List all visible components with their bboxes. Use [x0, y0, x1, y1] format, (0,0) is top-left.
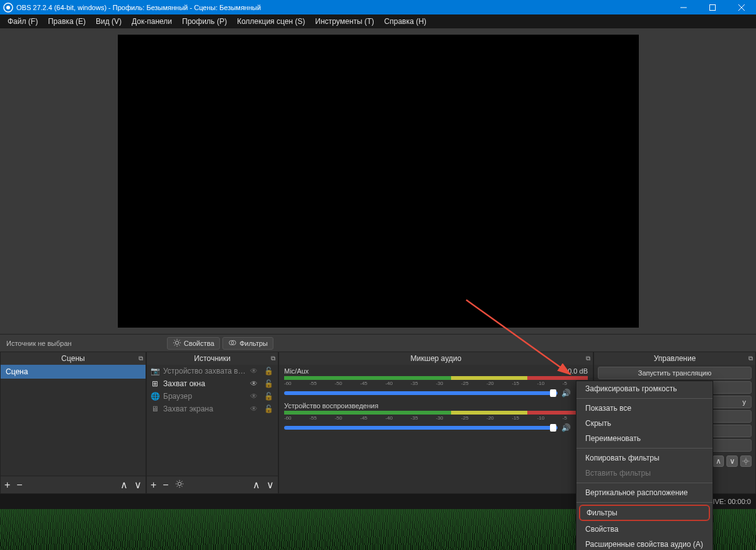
transition-down-button[interactable]: ∨: [726, 455, 738, 467]
svg-point-9: [178, 482, 181, 485]
mixer-channel: Устройство воспроизведения0.0-60-55-50-4…: [279, 399, 593, 434]
titlebar: OBS 27.2.4 (64-bit, windows) - Профиль: …: [0, 0, 756, 14]
mixer-header: Микшер аудио⧉: [279, 352, 593, 365]
visibility-icon[interactable]: 👁: [250, 379, 260, 388]
context-properties[interactable]: Свойства: [576, 522, 713, 537]
scene-down-button[interactable]: ∨: [134, 479, 142, 491]
globe-icon: 🌐: [151, 392, 159, 401]
menu-docks[interactable]: Док-панели: [127, 16, 177, 27]
source-toolbar: Источник не выбран Свойства Фильтры: [0, 334, 756, 352]
sources-dock: Источники⧉ 📷Устройство захвата видео👁🔓⊞З…: [146, 352, 278, 494]
svg-point-1: [6, 6, 10, 9]
lock-icon[interactable]: 🔓: [264, 367, 274, 375]
preview-area: [0, 28, 756, 334]
undock-icon[interactable]: ⧉: [586, 355, 590, 362]
undock-icon[interactable]: ⧉: [271, 355, 275, 362]
context-paste-filters: Вставить фильтры: [576, 466, 713, 481]
scenes-footer: + − ∧ ∨: [1, 476, 146, 493]
context-advanced-audio[interactable]: Расширенные свойства аудио (A): [576, 537, 713, 550]
transition-settings-button[interactable]: [740, 455, 752, 467]
speaker-icon[interactable]: 🔊: [561, 423, 573, 432]
add-source-button[interactable]: +: [151, 479, 156, 491]
filters-button[interactable]: Фильтры: [222, 337, 273, 350]
context-copy-filters[interactable]: Копировать фильтры: [576, 450, 713, 466]
menu-help[interactable]: Справка (H): [379, 16, 432, 27]
audio-meter: [284, 411, 588, 415]
add-scene-button[interactable]: +: [4, 479, 10, 491]
start-stream-button[interactable]: Запустить трансляцию: [598, 367, 752, 379]
source-item[interactable]: 🌐Браузер👁🔓: [147, 390, 278, 403]
context-show-all[interactable]: Показать все: [576, 401, 713, 416]
context-vertical-layout[interactable]: Вертикальное расположение: [576, 485, 713, 500]
lock-icon[interactable]: 🔓: [264, 392, 274, 401]
monitor-icon: 🖥: [151, 404, 159, 413]
remove-scene-button[interactable]: −: [16, 479, 22, 491]
source-item[interactable]: 📷Устройство захвата видео👁🔓: [147, 365, 278, 377]
source-label: Захват экрана: [163, 404, 246, 413]
mixer-dock: Микшер аудио⧉ Mic/Aux0.0 dB-60-55-50-45-…: [278, 352, 593, 494]
source-up-button[interactable]: ∧: [253, 479, 260, 491]
scenes-dock: Сцены⧉ Сцена + − ∧ ∨: [0, 352, 146, 494]
scene-item[interactable]: Сцена: [1, 365, 146, 379]
sources-footer: + − ∧ ∨: [147, 476, 278, 493]
obs-logo-icon: [3, 3, 13, 13]
live-time: LIVE: 00:00:0: [709, 498, 751, 505]
source-settings-button[interactable]: [175, 479, 184, 491]
remove-source-button[interactable]: −: [163, 479, 168, 491]
undock-icon[interactable]: ⧉: [748, 355, 753, 362]
close-button[interactable]: [727, 0, 756, 14]
audio-meter: [284, 376, 588, 380]
camera-icon: 📷: [151, 367, 159, 375]
source-item[interactable]: ⊞Захват окна👁🔓: [147, 377, 278, 390]
window-title: OBS 27.2.4 (64-bit, windows) - Профиль: …: [16, 4, 669, 11]
gear-icon: [173, 338, 181, 348]
context-lock-volume[interactable]: Зафиксировать громкость: [576, 381, 713, 396]
context-rename[interactable]: Переименовать: [576, 431, 713, 446]
mixer-channel: Mic/Aux0.0 dB-60-55-50-45-40-35-30-25-20…: [279, 365, 593, 399]
preview-canvas[interactable]: [118, 35, 639, 328]
svg-rect-3: [710, 4, 716, 10]
visibility-icon[interactable]: 👁: [250, 367, 260, 375]
meter-ticks: -60-55-50-45-40-35-30-25-20-15-10-50: [284, 415, 588, 421]
context-hide[interactable]: Скрыть: [576, 416, 713, 431]
menu-view[interactable]: Вид (V): [91, 16, 127, 27]
svg-point-6: [175, 341, 178, 344]
controls-header: Управление⧉: [594, 352, 755, 365]
speaker-icon[interactable]: 🔊: [561, 389, 573, 398]
source-label: Захват окна: [163, 379, 246, 388]
filter-icon: [228, 338, 237, 348]
scenes-header: Сцены⧉: [1, 352, 146, 365]
menu-scene-collection[interactable]: Коллекция сцен (S): [232, 16, 310, 27]
mixer-context-menu: Зафиксировать громкость Показать все Скр…: [576, 381, 713, 550]
menu-edit[interactable]: Правка (E): [43, 16, 91, 27]
source-down-button[interactable]: ∨: [266, 479, 274, 491]
menu-profile[interactable]: Профиль (P): [177, 16, 232, 27]
svg-point-12: [745, 460, 748, 463]
lock-icon[interactable]: 🔓: [264, 404, 274, 413]
channel-name: Mic/Aux: [284, 367, 309, 375]
no-source-label: Источник не выбран: [4, 340, 72, 347]
undock-icon[interactable]: ⧉: [139, 355, 143, 362]
source-label: Браузер: [163, 392, 246, 401]
properties-button[interactable]: Свойства: [167, 337, 220, 350]
minimize-button[interactable]: [669, 0, 698, 14]
sources-header: Источники⧉: [147, 352, 278, 365]
window-icon: ⊞: [151, 379, 159, 388]
scene-up-button[interactable]: ∧: [120, 479, 128, 491]
visibility-icon[interactable]: 👁: [250, 404, 260, 413]
menubar: Файл (F) Правка (E) Вид (V) Док-панели П…: [0, 14, 756, 28]
meter-ticks: -60-55-50-45-40-35-30-25-20-15-10-50: [284, 381, 588, 386]
channel-db: 0.0 dB: [568, 367, 588, 375]
source-item[interactable]: 🖥Захват экрана👁🔓: [147, 403, 278, 415]
lock-icon[interactable]: 🔓: [264, 379, 274, 388]
volume-slider[interactable]: [284, 391, 558, 395]
menu-file[interactable]: Файл (F): [3, 16, 43, 27]
maximize-button[interactable]: [698, 0, 727, 14]
context-filters[interactable]: Фильтры: [579, 505, 710, 521]
menu-tools[interactable]: Инструменты (T): [310, 16, 379, 27]
source-label: Устройство захвата видео: [163, 367, 246, 375]
volume-slider[interactable]: [284, 426, 558, 430]
transition-up-button[interactable]: ∧: [713, 455, 724, 467]
visibility-icon[interactable]: 👁: [250, 392, 260, 401]
channel-name: Устройство воспроизведения: [284, 402, 379, 410]
